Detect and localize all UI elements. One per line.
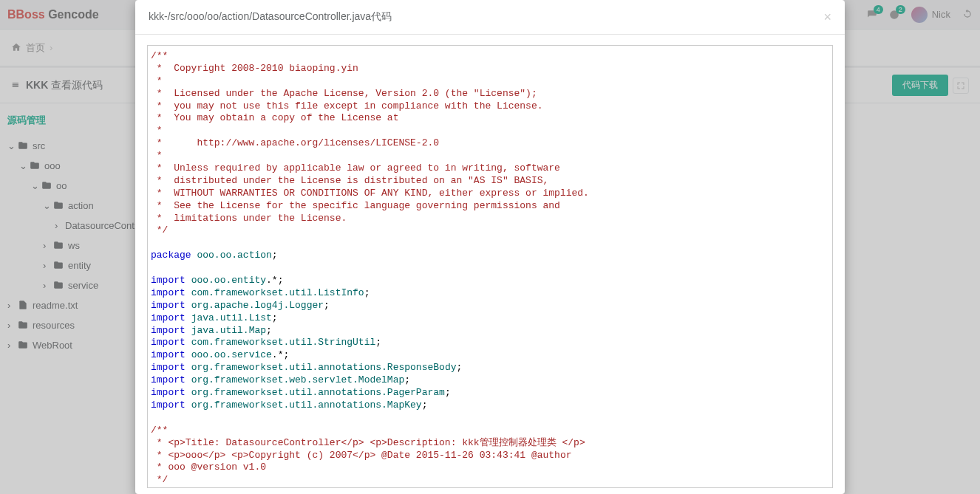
modal-title-suffix: 代码 bbox=[371, 10, 392, 22]
modal-overlay[interactable]: kkk-/src/ooo/oo/action/DatasourceControl… bbox=[0, 0, 980, 494]
close-icon[interactable]: × bbox=[823, 10, 831, 24]
modal-title-path: kkk-/src/ooo/oo/action/DatasourceControl… bbox=[149, 10, 371, 22]
modal-header: kkk-/src/ooo/oo/action/DatasourceControl… bbox=[135, 0, 845, 35]
code-viewer[interactable]: /** * Copyright 2008-2010 biaoping.yin *… bbox=[147, 45, 833, 488]
code-modal: kkk-/src/ooo/oo/action/DatasourceControl… bbox=[135, 0, 845, 494]
